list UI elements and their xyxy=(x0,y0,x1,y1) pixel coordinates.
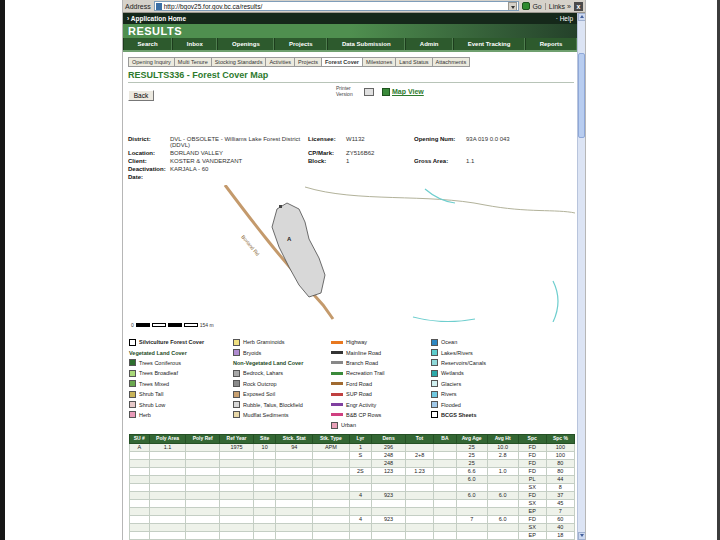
scroll-down-icon[interactable] xyxy=(578,532,586,540)
map-view-link[interactable]: Map View xyxy=(382,88,424,96)
column-header: Stck. Stat xyxy=(276,435,313,444)
cell xyxy=(253,531,276,539)
nav-tab[interactable]: Projects xyxy=(274,38,327,50)
table-row: 4 923 7 6.0 FD 60 xyxy=(130,515,575,523)
nav-tab[interactable]: Inbox xyxy=(172,38,217,50)
results-banner: RESULTS xyxy=(123,24,577,38)
cell xyxy=(405,483,433,491)
legend-label: Trees Mixed xyxy=(139,381,169,387)
column-header: BA xyxy=(434,435,457,444)
help-link[interactable]: · Help xyxy=(556,15,573,22)
cell xyxy=(372,483,406,491)
cell: 123 xyxy=(372,467,406,475)
legend-label: Highway xyxy=(346,339,367,345)
sub-tab[interactable]: Multi Tenure xyxy=(174,57,211,67)
scroll-up-icon[interactable] xyxy=(578,13,586,21)
cell xyxy=(349,483,372,491)
cell: 25 xyxy=(456,443,487,451)
title-divider xyxy=(128,82,574,83)
column-header: Spc % xyxy=(546,435,574,444)
go-button[interactable]: Go xyxy=(522,2,541,10)
legend-label: Non-Vegetated Land Cover xyxy=(233,360,303,366)
cell xyxy=(186,515,220,523)
sub-tab-bar: Opening Inquiry Multi Tenure Stocking St… xyxy=(128,57,470,67)
cell xyxy=(456,483,487,491)
cell xyxy=(253,499,276,507)
left-edge-bar xyxy=(0,0,5,540)
cell: APM xyxy=(313,443,350,451)
nav-tab[interactable]: Admin xyxy=(405,38,453,50)
nav-tab[interactable]: Reports xyxy=(525,38,577,50)
cell xyxy=(372,499,406,507)
cell xyxy=(186,475,220,483)
sub-tab[interactable]: Attachments xyxy=(432,57,471,67)
sub-tab[interactable]: Projects xyxy=(294,57,321,67)
application-home-link[interactable]: › Application Home xyxy=(127,15,186,22)
licensee-value: W1132 xyxy=(346,136,410,148)
cell xyxy=(276,531,313,539)
cell xyxy=(372,507,406,515)
cell xyxy=(149,451,186,459)
legend-item: Herb Graminoids xyxy=(233,337,331,347)
sub-tab[interactable]: Milestones xyxy=(362,57,395,67)
legend-swatch xyxy=(331,341,343,344)
vertical-scrollbar[interactable] xyxy=(577,13,585,540)
nav-tab[interactable]: Event Tracking xyxy=(453,38,525,50)
scrollbar-thumb[interactable] xyxy=(578,53,585,138)
legend-swatch xyxy=(233,339,240,346)
cell xyxy=(220,523,254,531)
chevron-down-icon[interactable] xyxy=(508,2,517,11)
column-header: Stk. Type xyxy=(313,435,350,444)
cell xyxy=(220,459,254,467)
back-button[interactable]: Back xyxy=(128,90,154,101)
sub-tab[interactable]: Activities xyxy=(265,57,294,67)
sub-tab[interactable]: Stocking Standards xyxy=(211,57,266,67)
legend-label: Ocean xyxy=(441,339,457,345)
column-header: Avg Ht xyxy=(487,435,518,444)
cell: 60 xyxy=(546,515,574,523)
cell xyxy=(220,491,254,499)
cell: 44 xyxy=(546,475,574,483)
legend-swatch xyxy=(331,361,343,364)
cell xyxy=(405,499,433,507)
map-scale-bar: 0 154 m xyxy=(131,322,214,328)
legend-label: Rivers xyxy=(441,391,457,397)
scale-segment xyxy=(168,323,182,327)
links-menu[interactable]: Links » xyxy=(545,3,571,10)
cell: 40 xyxy=(546,523,574,531)
cell xyxy=(434,499,457,507)
legend-label: Trees Broadleaf xyxy=(139,370,178,376)
nav-tab[interactable]: Data Submission xyxy=(327,38,405,50)
legend-label: Engr Activity xyxy=(346,402,376,408)
table-row: SX 40 xyxy=(130,523,575,531)
cell xyxy=(487,475,518,483)
cell xyxy=(487,499,518,507)
sub-tab[interactable]: Land Status xyxy=(395,57,431,67)
cell xyxy=(130,531,150,539)
cell xyxy=(372,531,406,539)
legend-swatch xyxy=(431,401,438,408)
sub-tab[interactable]: Forest Cover xyxy=(321,57,362,67)
address-input[interactable]: http://bgov25.for.gov.bc.ca/results/ xyxy=(154,1,520,11)
address-bar: Address http://bgov25.for.gov.bc.ca/resu… xyxy=(123,0,585,13)
legend-swatch xyxy=(431,349,438,356)
cell: 4 xyxy=(349,491,372,499)
nav-tab[interactable]: Search xyxy=(123,38,172,50)
printer-version-link[interactable]: Printer Version xyxy=(336,86,374,98)
sub-tab[interactable]: Opening Inquiry xyxy=(128,57,174,67)
cell xyxy=(349,459,372,467)
nav-tab[interactable]: Openings xyxy=(217,38,274,50)
cell xyxy=(313,515,350,523)
column-header: Site xyxy=(253,435,276,444)
go-icon xyxy=(522,2,530,10)
close-icon[interactable]: x xyxy=(574,2,583,11)
legend-item: Ocean xyxy=(431,337,575,347)
cell xyxy=(276,483,313,491)
table-row: EP 7 xyxy=(130,507,575,515)
column-header: Poly Area xyxy=(149,435,186,444)
cell xyxy=(313,531,350,539)
cell: 6.0 xyxy=(487,515,518,523)
legend-item: Herb xyxy=(129,410,233,420)
legend-column: Highway Mainline Road Branch Road xyxy=(331,337,431,431)
cell: 1.1 xyxy=(149,443,186,451)
